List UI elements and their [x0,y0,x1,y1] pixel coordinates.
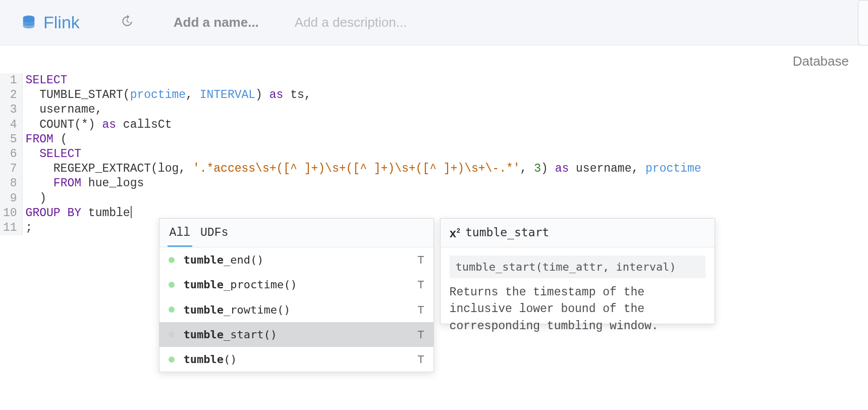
function-dot-icon [169,356,175,363]
editor-code[interactable]: SELECT TUMBLE_START(proctime, INTERVAL) … [23,73,701,235]
function-dot-icon [169,306,175,313]
code-line[interactable]: username, [26,102,701,117]
editor-gutter: 1234567891011 [0,73,23,235]
autocomplete-item[interactable]: tumble_rowtime()T [159,297,433,322]
code-line[interactable]: ) [26,191,701,206]
autocomplete-item-label: tumble_proctime() [184,277,297,292]
sub-toolbar: Database [0,45,868,73]
autocomplete-list: AllUDFs tumble_end()Ttumble_proctime()Tt… [159,218,434,372]
autocomplete-item[interactable]: tumble()T [159,347,433,372]
autocomplete-item[interactable]: tumble_proctime()T [159,272,433,297]
function-dot-icon [169,257,175,263]
engine-name[interactable]: Flink [43,13,80,32]
autocomplete-detail: x2 tumble_start tumble_start(time_attr, … [440,218,715,324]
autocomplete-tab[interactable]: UDFs [198,224,230,247]
code-line[interactable]: FROM ( [26,132,701,147]
autocomplete-item-label: tumble_rowtime() [184,302,291,317]
autocomplete-item-label: tumble_start() [184,327,277,342]
query-name-input[interactable] [174,15,280,30]
function-dot-icon [169,331,175,337]
autocomplete-item-type: T [417,352,424,367]
code-line[interactable]: COUNT(*) as callsCt [26,118,701,132]
database-selector[interactable]: Database [793,54,849,69]
function-dot-icon [169,282,175,288]
text-cursor [131,206,132,218]
autocomplete-detail-header: x2 tumble_start [441,219,715,247]
top-toolbar: Flink [0,0,868,45]
autocomplete-item-type: T [417,252,424,267]
autocomplete-detail-name: tumble_start [465,225,549,240]
autocomplete-item-label: tumble() [184,352,237,367]
sql-editor[interactable]: 1234567891011 SELECT TUMBLE_START(procti… [0,73,868,235]
history-icon[interactable] [120,15,133,31]
autocomplete-item-label: tumble_end() [184,252,264,267]
autocomplete-detail-signature: tumble_start(time_attr, interval) [450,255,706,278]
code-line[interactable]: SELECT [26,147,701,162]
autocomplete-tab[interactable]: All [168,224,192,247]
code-line[interactable]: FROM hue_logs [26,176,701,191]
autocomplete-item-type: T [417,327,424,342]
autocomplete-item[interactable]: tumble_start()T [159,322,433,347]
right-panel-toggle[interactable] [858,0,868,45]
database-icon [20,14,37,31]
query-description-input[interactable] [295,15,446,30]
code-line[interactable]: SELECT [26,73,701,88]
autocomplete-item-type: T [417,277,424,292]
code-line[interactable]: TUMBLE_START(proctime, INTERVAL) as ts, [26,88,701,102]
code-line[interactable]: REGEXP_EXTRACT(log, '.*access\s+([^ ]+)\… [26,162,701,176]
autocomplete-item-type: T [417,302,424,317]
autocomplete-popup: AllUDFs tumble_end()Ttumble_proctime()Tt… [159,218,715,372]
autocomplete-tabs: AllUDFs [159,219,433,247]
autocomplete-detail-description: Returns the timestamp of the inclusive l… [450,284,706,335]
autocomplete-item[interactable]: tumble_end()T [159,247,433,272]
function-icon: x2 [450,224,460,242]
